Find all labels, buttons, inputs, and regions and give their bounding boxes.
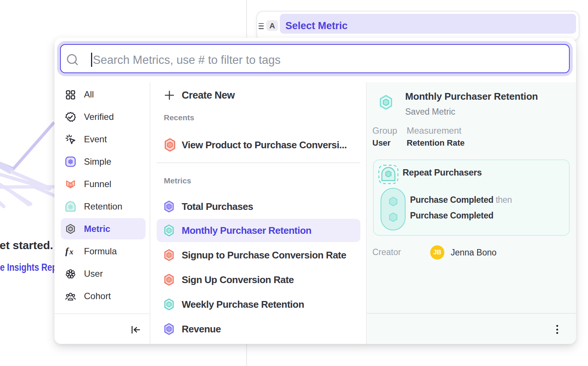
svg-text:f: f bbox=[65, 246, 69, 256]
svg-text:x: x bbox=[69, 247, 74, 256]
